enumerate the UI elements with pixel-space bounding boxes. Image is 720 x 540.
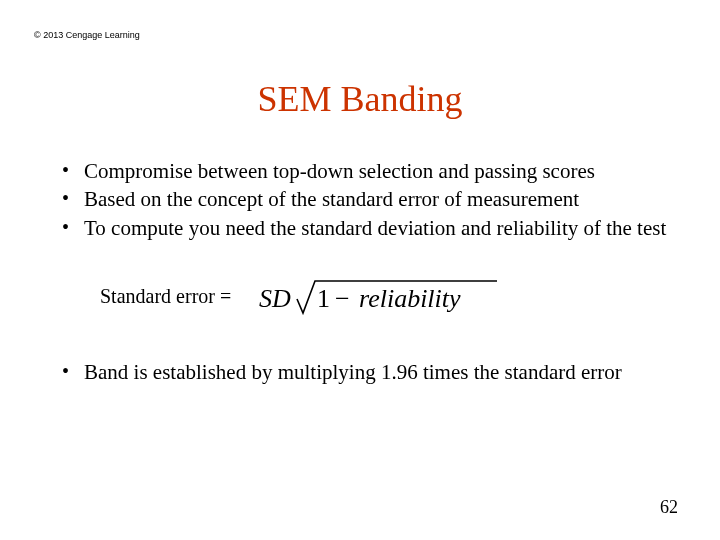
list-item: Based on the concept of the standard err… (62, 186, 674, 212)
formula-label: Standard error = (100, 285, 231, 308)
formula-row: Standard error = SD 1 − reliability (100, 275, 720, 319)
list-item: Compromise between top-down selection an… (62, 158, 674, 184)
copyright-text: © 2013 Cengage Learning (34, 30, 140, 40)
page-number: 62 (660, 497, 678, 518)
formula-minus: − (335, 284, 350, 313)
list-item: To compute you need the standard deviati… (62, 215, 674, 241)
bullet-list-top: Compromise between top-down selection an… (62, 158, 674, 241)
list-item: Band is established by multiplying 1.96 … (62, 359, 674, 385)
formula-one: 1 (317, 284, 330, 313)
formula-equation: SD 1 − reliability (259, 275, 509, 319)
formula-sd: SD (259, 284, 291, 313)
bullet-list-bottom: Band is established by multiplying 1.96 … (62, 359, 674, 385)
formula-reliability: reliability (359, 284, 461, 313)
page-title: SEM Banding (0, 78, 720, 120)
